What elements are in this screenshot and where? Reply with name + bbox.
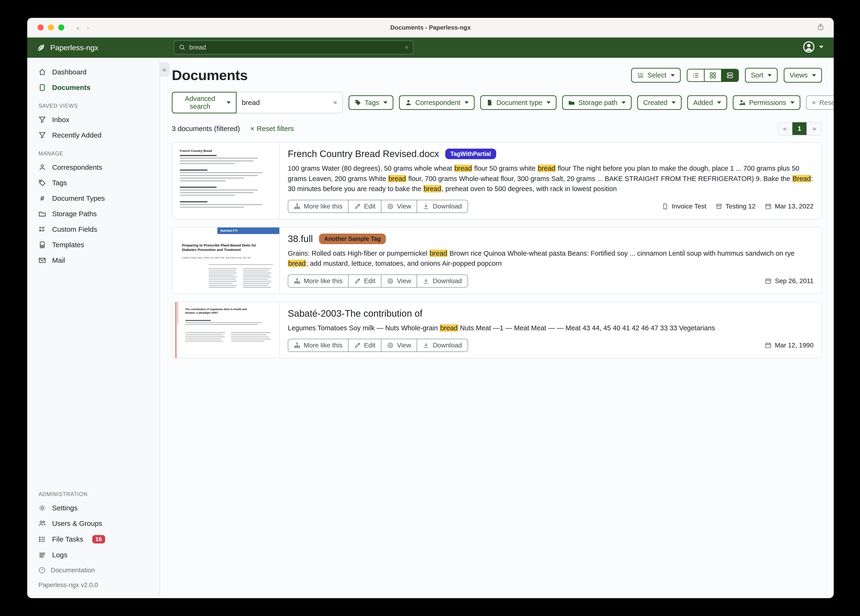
sidebar-item-correspondents[interactable]: Correspondents [27, 160, 160, 175]
advanced-search-label: Advanced search [178, 95, 222, 110]
clear-query-icon[interactable]: × [333, 99, 337, 107]
sidebar-item-recently-added[interactable]: Recently Added [27, 127, 160, 143]
brand[interactable]: Paperless-ngx [37, 43, 98, 52]
advanced-search-button[interactable]: Advanced search [172, 92, 237, 113]
sidebar-item-documents[interactable]: Documents [27, 80, 160, 95]
documentation-link[interactable]: ? Documentation [27, 563, 160, 578]
grid-view-button[interactable] [705, 69, 722, 81]
document-type-filter-label: Document type [496, 98, 542, 107]
folder-icon [39, 210, 46, 218]
sidebar-item-tags[interactable]: Tags [27, 175, 160, 191]
document-card[interactable]: The contribution of vegetarian diets to … [172, 302, 822, 359]
more-like-this-button[interactable]: More like this [288, 339, 348, 351]
sidebar-item-inbox[interactable]: Inbox [27, 112, 160, 127]
reset-filters-link[interactable]: × Reset filters [250, 125, 294, 133]
search-clear-icon[interactable]: × [405, 44, 408, 51]
pagination-page-1[interactable]: 1 [793, 122, 807, 135]
document-card-content: 38.full Another Sample Tag Grains: Rolle… [280, 228, 821, 294]
funnel-icon [39, 132, 46, 139]
document-thumbnail[interactable]: The contribution of vegetarian diets to … [172, 302, 280, 358]
chevron-down-icon [621, 101, 626, 104]
edit-label: Edit [364, 277, 375, 285]
hash-icon: # [39, 194, 46, 202]
document-thumbnail[interactable]: Nutrition FYI Preparing to Prescribe Pla… [172, 228, 280, 294]
list-view-button[interactable] [687, 69, 705, 81]
document-card-content: French Country Bread Revised.docx TagWit… [280, 143, 821, 219]
global-search[interactable]: × [174, 40, 414, 55]
custom-fields-icon [39, 226, 46, 233]
reset-filters-button[interactable]: × Reset filters [806, 95, 834, 110]
sidebar-item-templates[interactable]: Templates [27, 237, 160, 253]
storage-path-meta[interactable]: Testing 12 [716, 203, 756, 210]
sidebar-spacer [27, 268, 160, 484]
permissions-filter-button[interactable]: Permissions [733, 95, 800, 110]
download-button[interactable]: Download [417, 339, 468, 351]
document-title[interactable]: 38.full [288, 234, 313, 244]
detail-view-button[interactable] [722, 69, 738, 81]
created-date-meta[interactable]: Sep 26, 2011 [765, 277, 813, 285]
sidebar-item-users-groups[interactable]: Users & Groups [27, 516, 160, 531]
eye-icon [387, 342, 394, 349]
document-thumbnail[interactable]: French Country Bread [172, 143, 280, 219]
edit-button[interactable]: Edit [348, 275, 381, 287]
sidebar-collapse-button[interactable]: « [160, 63, 169, 77]
gear-icon [39, 504, 46, 512]
tags-filter-button[interactable]: Tags [348, 95, 393, 110]
view-button[interactable]: View [381, 200, 417, 212]
filter-query-field[interactable]: × [237, 92, 343, 113]
thumbnail-heading: French Country Bread [180, 149, 272, 152]
page-header: Documents Select [172, 67, 822, 83]
sidebar-item-settings[interactable]: Settings [27, 500, 160, 516]
main-content: « Documents Select [160, 58, 834, 598]
sort-button[interactable]: Sort [745, 68, 778, 82]
tag-badge[interactable]: Another Sample Tag [319, 234, 386, 244]
results-bar: 3 documents (filtered) × Reset filters «… [172, 122, 822, 135]
added-filter-label: Added [693, 98, 713, 107]
view-button[interactable]: View [381, 275, 417, 287]
meta-label: Mar 13, 2022 [775, 203, 813, 210]
document-title[interactable]: French Country Bread Revised.docx [288, 149, 439, 159]
created-filter-button[interactable]: Created [637, 95, 682, 110]
pencil-icon [354, 342, 361, 349]
created-date-meta[interactable]: Mar 12, 1990 [765, 342, 813, 349]
sidebar-item-mail[interactable]: Mail [27, 253, 160, 268]
document-card[interactable]: Nutrition FYI Preparing to Prescribe Pla… [172, 227, 822, 294]
download-button[interactable]: Download [417, 275, 468, 287]
select-button[interactable]: Select [631, 68, 681, 82]
calendar-icon [765, 342, 772, 349]
more-like-this-button[interactable]: More like this [288, 275, 348, 287]
share-icon[interactable] [817, 23, 824, 30]
pagination-prev[interactable]: « [778, 122, 793, 135]
thumbnail-author: Caroline Trapp, MSN, APRN, BC-ADM, CDE, … [182, 256, 264, 259]
sidebar-item-document-types[interactable]: # Document Types [27, 191, 160, 206]
sidebar-item-custom-fields[interactable]: Custom Fields [27, 222, 160, 237]
sidebar-item-storage-paths[interactable]: Storage Paths [27, 206, 160, 222]
created-date-meta[interactable]: Mar 13, 2022 [765, 203, 813, 210]
storage-path-filter-button[interactable]: Storage path [562, 95, 632, 110]
view-button[interactable]: View [381, 339, 417, 351]
document-title[interactable]: Sabaté-2003-The contribution of [288, 308, 422, 319]
tag-badge[interactable]: TagWithPartial [445, 149, 496, 159]
edit-button[interactable]: Edit [348, 200, 381, 212]
meta-label: Mar 12, 1990 [775, 342, 813, 349]
sidebar-item-dashboard[interactable]: Dashboard [27, 64, 160, 80]
sidebar-item-file-tasks[interactable]: File Tasks 16 [27, 531, 160, 547]
more-like-this-button[interactable]: More like this [288, 200, 348, 212]
edit-button[interactable]: Edit [348, 339, 381, 351]
document-card[interactable]: French Country Bread [172, 142, 822, 220]
added-filter-button[interactable]: Added [687, 95, 727, 110]
filter-query-input[interactable] [242, 99, 333, 107]
pagination-next[interactable]: » [807, 122, 821, 135]
folder-icon [568, 99, 575, 106]
user-menu[interactable] [803, 41, 823, 53]
sidebar-item-logs[interactable]: Logs [27, 547, 160, 563]
download-button[interactable]: Download [417, 200, 468, 212]
views-button[interactable]: Views [784, 68, 822, 82]
correspondent-filter-button[interactable]: Correspondent [399, 95, 475, 110]
document-type-filter-button[interactable]: Document type [480, 95, 557, 110]
chevron-down-icon [383, 101, 388, 104]
global-search-input[interactable] [189, 44, 401, 51]
view-label: View [397, 203, 411, 210]
document-type-meta[interactable]: Invoice Test [662, 203, 706, 210]
logs-icon [39, 551, 46, 559]
